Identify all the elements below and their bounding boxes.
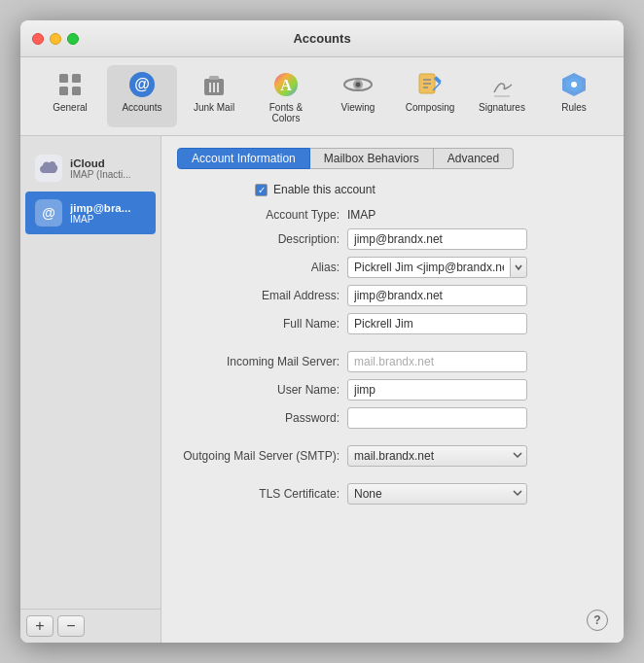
password-input[interactable]	[347, 407, 527, 429]
jimp-account-icon: @	[35, 199, 62, 227]
alias-input-wrapper	[347, 257, 527, 278]
main-content: iCloud IMAP (Inacti... @ jimp@bra... IMA…	[20, 136, 624, 643]
section-gap-2	[177, 436, 608, 445]
help-area: ?	[177, 602, 608, 631]
minimize-button[interactable]	[50, 33, 61, 45]
incoming-server-row: Incoming Mail Server:	[177, 351, 608, 372]
toolbar-item-rules[interactable]: Rules	[539, 65, 609, 127]
toolbar: General @ Accounts Junk Ma	[20, 57, 624, 136]
username-row: User Name:	[177, 379, 608, 401]
icloud-account-name: iCloud	[70, 157, 131, 169]
help-button[interactable]: ?	[587, 610, 608, 631]
outgoing-server-label: Outgoing Mail Server (SMTP):	[177, 449, 347, 463]
add-account-button[interactable]: +	[26, 615, 54, 637]
fonts-label: Fonts & Colors	[255, 102, 317, 123]
maximize-button[interactable]	[67, 33, 79, 45]
toolbar-item-junk[interactable]: Junk Mail	[179, 65, 249, 127]
general-label: General	[53, 102, 88, 113]
password-label: Password:	[177, 411, 347, 425]
email-input[interactable]	[347, 285, 527, 306]
close-button[interactable]	[32, 33, 44, 45]
outgoing-server-select[interactable]: mail.brandx.net	[347, 445, 527, 467]
tab-account-information[interactable]: Account Information	[177, 148, 310, 169]
sidebar-account-jimp[interactable]: @ jimp@bra... IMAP	[25, 192, 156, 234]
sidebar-account-icloud[interactable]: iCloud IMAP (Inacti...	[25, 147, 156, 190]
enable-account-checkbox[interactable]: ✓ Enable this account	[255, 183, 376, 196]
fonts-icon: A	[270, 69, 302, 100]
tls-select-wrapper: None	[347, 483, 527, 505]
composing-label: Composing	[406, 102, 455, 113]
tls-select[interactable]: None	[347, 483, 527, 505]
sidebar-footer: + −	[20, 609, 161, 643]
username-input[interactable]	[347, 379, 527, 401]
toolbar-item-signatures[interactable]: Signatures	[467, 65, 537, 127]
toolbar-item-composing[interactable]: Composing	[395, 65, 465, 127]
account-type-value: IMAP	[347, 208, 376, 222]
general-icon	[54, 69, 86, 100]
rules-icon	[558, 69, 590, 100]
toolbar-item-fonts[interactable]: A Fonts & Colors	[251, 65, 321, 127]
checkbox-icon: ✓	[255, 184, 268, 196]
tab-advanced[interactable]: Advanced	[434, 148, 514, 169]
jimp-account-info: jimp@bra... IMAP	[70, 202, 130, 225]
remove-account-button[interactable]: −	[57, 615, 85, 637]
svg-text:A: A	[280, 77, 292, 93]
toolbar-item-viewing[interactable]: Viewing	[323, 65, 393, 127]
detail-pane: Account Information Mailbox Behaviors Ad…	[161, 136, 624, 643]
username-label: User Name:	[177, 383, 347, 397]
account-type-row: Account Type: IMAP	[177, 208, 608, 222]
fullname-input[interactable]	[347, 313, 527, 334]
fullname-label: Full Name:	[177, 317, 347, 331]
outgoing-server-row: Outgoing Mail Server (SMTP): mail.brandx…	[177, 445, 608, 467]
traffic-lights	[32, 33, 79, 45]
incoming-server-input[interactable]	[347, 351, 527, 372]
svg-rect-3	[72, 87, 81, 95]
viewing-icon	[342, 69, 374, 100]
password-row: Password:	[177, 407, 608, 429]
tab-mailbox-behaviors[interactable]: Mailbox Behaviors	[310, 148, 434, 169]
svg-point-15	[356, 83, 361, 87]
app-window: Accounts General @ Accounts	[20, 20, 624, 643]
svg-text:@: @	[134, 76, 150, 92]
jimp-account-name: jimp@bra...	[70, 202, 130, 214]
svg-rect-7	[209, 76, 219, 80]
toolbar-item-general[interactable]: General	[35, 65, 105, 127]
sidebar: iCloud IMAP (Inacti... @ jimp@bra... IMA…	[20, 136, 161, 643]
icloud-account-type: IMAP (Inacti...	[70, 169, 131, 180]
tls-label: TLS Certificate:	[177, 487, 347, 501]
alias-label: Alias:	[177, 261, 347, 274]
tab-bar: Account Information Mailbox Behaviors Ad…	[177, 148, 608, 169]
junk-icon	[198, 69, 230, 100]
section-gap-3	[177, 473, 608, 483]
icloud-account-info: iCloud IMAP (Inacti...	[70, 157, 131, 180]
alias-input[interactable]	[347, 257, 510, 278]
fullname-row: Full Name:	[177, 313, 608, 334]
svg-rect-1	[72, 74, 81, 83]
window-title: Accounts	[293, 31, 350, 46]
viewing-label: Viewing	[341, 102, 376, 113]
toolbar-item-accounts[interactable]: @ Accounts	[107, 65, 177, 127]
titlebar: Accounts	[20, 20, 624, 57]
composing-icon	[414, 69, 446, 100]
description-label: Description:	[177, 232, 347, 246]
junk-label: Junk Mail	[194, 102, 234, 113]
accounts-icon: @	[126, 69, 158, 100]
tls-row: TLS Certificate: None	[177, 483, 608, 505]
rules-label: Rules	[561, 102, 587, 113]
account-type-label: Account Type:	[177, 208, 347, 222]
enable-account-label: Enable this account	[273, 183, 376, 196]
outgoing-server-select-wrapper: mail.brandx.net	[347, 445, 527, 467]
icloud-account-icon	[35, 155, 62, 182]
email-label: Email Address:	[177, 289, 347, 302]
signatures-icon	[486, 69, 518, 100]
enable-row: ✓ Enable this account	[177, 183, 608, 196]
accounts-label: Accounts	[122, 102, 161, 113]
svg-rect-0	[59, 74, 68, 83]
description-input[interactable]	[347, 228, 527, 250]
svg-point-25	[571, 82, 577, 87]
description-row: Description:	[177, 228, 608, 250]
signatures-label: Signatures	[479, 102, 525, 113]
email-row: Email Address:	[177, 285, 608, 306]
section-gap-1	[177, 341, 608, 351]
alias-dropdown-button[interactable]	[510, 257, 527, 278]
